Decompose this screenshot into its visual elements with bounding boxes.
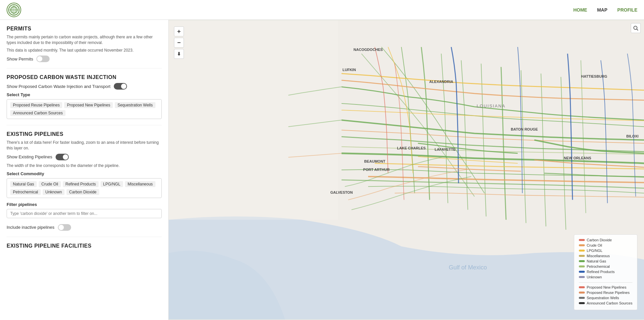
legend-group2: Proposed New Pipelines Proposed Reuse Pi… <box>579 282 632 305</box>
legend-crude-oil: Crude Oil <box>579 243 632 247</box>
legend-lpg-ngl: LPG/NGL <box>579 249 632 253</box>
legend-miscellaneous: Miscellaneous <box>579 254 632 258</box>
header: HOME MAP PROFILE <box>0 0 644 20</box>
tag-carbon-dioxide[interactable]: Carbon Dioxide <box>66 189 99 195</box>
filter-input[interactable] <box>7 209 162 218</box>
legend-announced-carbon: Announced Carbon Sources <box>579 301 632 305</box>
main-content: PERMITS The permits mainly pertain to ca… <box>0 20 644 320</box>
svg-point-5 <box>634 26 637 29</box>
logo <box>7 3 21 17</box>
svg-text:BILOXI: BILOXI <box>626 134 638 138</box>
proposed-title: PROPOSED CARBON WASTE INJECTION <box>7 74 162 80</box>
proposed-toggle[interactable] <box>114 83 127 90</box>
permits-toggle-row: Show Permits <box>7 56 162 62</box>
permits-desc2: This data is updated monthly. The last u… <box>7 48 162 53</box>
existing-desc: There's a lot of data here! For faster l… <box>7 140 162 151</box>
tag-miscellaneous[interactable]: Miscellaneous <box>125 181 155 187</box>
download-button[interactable]: ⬇ <box>174 49 184 59</box>
tag-natural-gas[interactable]: Natural Gas <box>10 181 37 187</box>
filter-label: Filter pipelines <box>7 202 162 207</box>
legend-refined-products: Refined Products <box>579 270 632 274</box>
map-legend: Carbon Dioxide Crude Oil LPG/NGL Miscell… <box>574 234 637 310</box>
tag-lpg-ngl[interactable]: LPG/NGL <box>101 181 123 187</box>
proposed-toggle-row: Show Proposed Carbon Waste Injection and… <box>7 83 162 90</box>
tag-proposed-reuse[interactable]: Proposed Reuse Pipelines <box>10 102 62 108</box>
legend-petrochemical: Petrochemical <box>579 264 632 268</box>
map-area: + − ⬇ <box>169 20 644 320</box>
svg-text:NEW ORLEANS: NEW ORLEANS <box>564 156 591 160</box>
map-svg: NACOGDOCHES LUFKIN ALEXANDRIA HATTIESBUR… <box>169 20 644 320</box>
nav-home[interactable]: HOME <box>573 7 587 13</box>
select-type-label: Select Type <box>7 92 162 97</box>
svg-text:NACOGDOCHES: NACOGDOCHES <box>354 48 383 52</box>
existing-facilities-title: EXISTING PIPELINE FACILITIES <box>7 243 162 249</box>
nav-map[interactable]: MAP <box>597 7 607 13</box>
svg-text:BATON ROUGE: BATON ROUGE <box>511 127 538 131</box>
permits-desc1: The permits mainly pertain to carbon was… <box>7 34 162 46</box>
legend-proposed-new: Proposed New Pipelines <box>579 285 632 289</box>
existing-facilities-section: EXISTING PIPELINE FACILITIES <box>7 243 162 249</box>
svg-text:PORT ARTHUR: PORT ARTHUR <box>363 168 390 172</box>
tag-sequestration[interactable]: Sequestration Wells <box>115 102 155 108</box>
show-permits-label: Show Permits <box>7 57 33 61</box>
select-commodity-label: Select Commodity <box>7 171 162 176</box>
zoom-in-button[interactable]: + <box>174 26 184 36</box>
permits-toggle[interactable] <box>36 56 50 62</box>
legend-natural-gas: Natural Gas <box>579 259 632 263</box>
nav-profile[interactable]: PROFILE <box>617 7 637 13</box>
svg-text:ALEXANDRIA: ALEXANDRIA <box>429 80 453 84</box>
legend-proposed-reuse: Proposed Reuse Pipelines <box>579 291 632 295</box>
commodity-tagbox: Natural Gas Crude Oil Refined Products L… <box>7 178 162 198</box>
svg-text:HATTIESBURG: HATTIESBURG <box>581 74 607 78</box>
pipeline-width-note: The width of the line corresponds to the… <box>7 163 162 169</box>
svg-line-6 <box>637 29 638 30</box>
permits-title: PERMITS <box>7 26 162 32</box>
svg-text:LAFAYETTE: LAFAYETTE <box>435 147 455 151</box>
show-existing-label: Show Existing Pipelines <box>7 154 52 159</box>
tag-crude-oil[interactable]: Crude Oil <box>39 181 61 187</box>
proposed-toggle-label: Show Proposed Carbon Waste Injection and… <box>7 84 110 89</box>
existing-title: EXISTING PIPELINES <box>7 131 162 137</box>
map-controls: + − ⬇ <box>174 26 184 59</box>
tag-unknown[interactable]: Unknown <box>43 189 64 195</box>
legend-carbon-dioxide: Carbon Dioxide <box>579 238 632 242</box>
proposed-type-tagbox: Proposed Reuse Pipelines Proposed New Pi… <box>7 99 162 119</box>
svg-text:LOUISIANA: LOUISIANA <box>477 103 506 108</box>
tag-announced-carbon[interactable]: Announced Carbon Sources <box>10 110 65 116</box>
svg-text:Gulf of Mexico: Gulf of Mexico <box>449 264 487 271</box>
zoom-out-button[interactable]: − <box>174 38 184 48</box>
sidebar: PERMITS The permits mainly pertain to ca… <box>0 20 169 320</box>
legend-unknown: Unknown <box>579 275 632 279</box>
svg-text:GALVESTON: GALVESTON <box>330 190 353 194</box>
tag-proposed-new[interactable]: Proposed New Pipelines <box>64 102 113 108</box>
legend-group1: Carbon Dioxide Crude Oil LPG/NGL Miscell… <box>579 238 632 279</box>
permits-section: PERMITS The permits mainly pertain to ca… <box>7 26 162 62</box>
navigation: HOME MAP PROFILE <box>573 7 637 13</box>
proposed-section: PROPOSED CARBON WASTE INJECTION Show Pro… <box>7 74 162 119</box>
tag-petrochemical[interactable]: Petrochemical <box>10 189 41 195</box>
inactive-toggle-row: Include inactive pipelines <box>7 224 162 231</box>
existing-toggle-row: Show Existing Pipelines <box>7 154 162 160</box>
svg-text:BEAUMONT: BEAUMONT <box>364 159 385 163</box>
inactive-toggle[interactable] <box>58 224 71 231</box>
svg-text:LAKE CHARLES: LAKE CHARLES <box>397 146 426 150</box>
svg-text:LUFKIN: LUFKIN <box>342 68 356 72</box>
tag-refined-products[interactable]: Refined Products <box>63 181 99 187</box>
map-search-button[interactable] <box>631 23 641 33</box>
existing-toggle[interactable] <box>56 154 69 160</box>
inactive-toggle-label: Include inactive pipelines <box>7 225 55 230</box>
legend-sequestration: Sequestration Wells <box>579 296 632 300</box>
existing-section: EXISTING PIPELINES There's a lot of data… <box>7 131 162 230</box>
